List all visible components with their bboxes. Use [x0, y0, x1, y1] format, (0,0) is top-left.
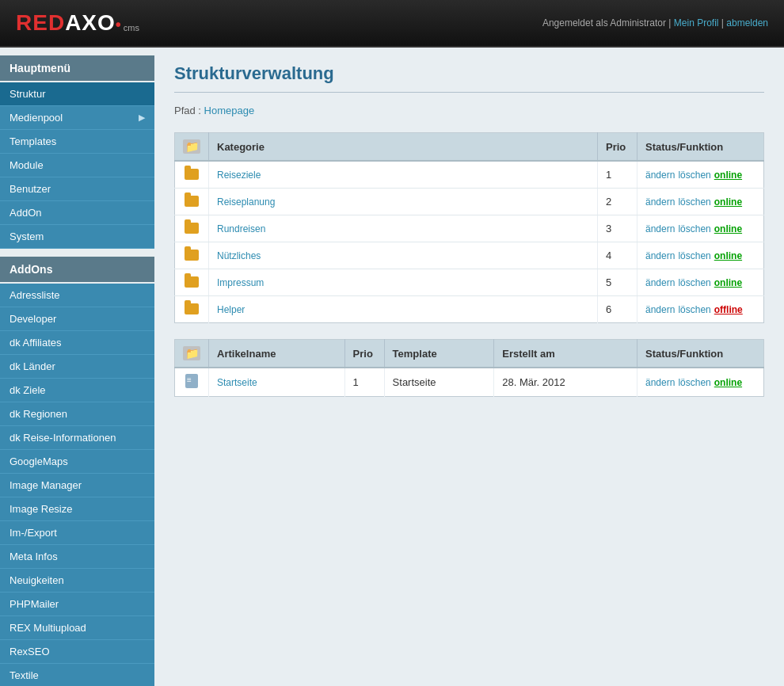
category-name-link[interactable]: Reiseziele: [217, 170, 261, 181]
sidebar-item-rexseo[interactable]: RexSEO: [0, 640, 154, 664]
sidebar-item-image-manager[interactable]: Image Manager: [0, 474, 154, 497]
article-icon: [185, 374, 198, 388]
sidebar-item-label: Meta Infos: [10, 551, 58, 562]
action-delete[interactable]: löschen: [678, 304, 710, 315]
status-badge[interactable]: online: [714, 377, 742, 388]
sidebar-item-label: dk Affiliates: [10, 337, 62, 349]
sidebar-item-templates[interactable]: Templates: [0, 130, 154, 154]
col-header-status: Status/Funktion: [637, 133, 764, 162]
sidebar-item-dk-regionen[interactable]: dk Regionen: [0, 402, 154, 426]
status-badge[interactable]: offline: [714, 304, 743, 315]
sidebar-item-developer[interactable]: Developer: [0, 307, 154, 331]
sidebar-item-dk-affiliates[interactable]: dk Affiliates: [0, 331, 154, 355]
sidebar-item-phpmailer[interactable]: PHPMailer: [0, 593, 154, 616]
row-icon-cell: [175, 269, 209, 296]
category-name-link[interactable]: Rundreisen: [217, 223, 265, 234]
sidebar-item-meta-infos[interactable]: Meta Infos: [0, 545, 154, 569]
sidebar-item-label: Neuigkeiten: [10, 574, 64, 586]
row-icon-cell: [175, 215, 209, 242]
row-icon-cell: [175, 189, 209, 215]
action-change[interactable]: ändern: [645, 277, 675, 288]
articles-table: 📁 Artikelname Prio Template Erstellt am …: [174, 339, 764, 397]
logout-link[interactable]: abmelden: [726, 17, 768, 29]
logo-text: REDAXO•: [16, 10, 122, 36]
action-delete[interactable]: löschen: [678, 196, 710, 208]
sidebar-item-benutzer[interactable]: Benutzer: [0, 177, 154, 201]
action-change[interactable]: ändern: [645, 377, 675, 388]
sidebar-item-label: PHPMailer: [10, 598, 59, 610]
sidebar-item-label: Image Manager: [10, 479, 82, 491]
row-prio-cell: 5: [598, 269, 637, 296]
category-name-link[interactable]: Impressum: [217, 277, 264, 288]
sidebar-item-textile[interactable]: Textile: [0, 664, 154, 686]
add-article-icon[interactable]: 📁: [183, 346, 200, 360]
folder-icon: [185, 169, 199, 180]
action-change[interactable]: ändern: [645, 304, 675, 315]
row-name-cell: Rundreisen: [209, 215, 598, 242]
sidebar-item-dk-reise-informationen[interactable]: dk Reise-Informationen: [0, 426, 154, 450]
table-row: Helper6ändernlöschenoffline: [175, 296, 764, 323]
sidebar-item-label: Medienpool: [10, 112, 63, 124]
sidebar-item-label: dk Reise-Informationen: [10, 432, 116, 444]
action-delete[interactable]: löschen: [678, 277, 710, 288]
status-badge[interactable]: online: [714, 196, 742, 208]
sidebar-item-googlemaps[interactable]: GoogleMaps: [0, 450, 154, 474]
profile-link[interactable]: Mein Profil: [674, 17, 719, 29]
row-status-cell: ändernlöschenoffline: [637, 296, 764, 323]
expand-icon: ▶: [139, 112, 145, 123]
row-name-cell: Helper: [209, 296, 598, 323]
sidebar-item-dk-laender[interactable]: dk Länder: [0, 355, 154, 379]
sidebar-item-rex-multiupload[interactable]: REX Multiupload: [0, 616, 154, 640]
col-header-kategorie: Kategorie: [209, 133, 598, 162]
table-row: Startseite1Startseite28. Mär. 2012ändern…: [175, 368, 764, 397]
row-icon-cell: [175, 161, 209, 189]
action-delete[interactable]: löschen: [678, 223, 710, 234]
sidebar-item-system[interactable]: System: [0, 225, 154, 249]
sidebar-item-addon[interactable]: AddOn: [0, 201, 154, 225]
article-name-link[interactable]: Startseite: [217, 377, 257, 388]
sidebar-item-neuigkeiten[interactable]: Neuigkeiten: [0, 569, 154, 593]
status-badge[interactable]: online: [714, 250, 742, 261]
category-name-link[interactable]: Helper: [217, 304, 245, 315]
add-category-icon[interactable]: 📁: [183, 139, 200, 154]
header-right: Angemeldet als Administrator | Mein Prof…: [542, 17, 768, 29]
logo-red: RED: [16, 10, 65, 35]
main-content: Strukturverwaltung Pfad : Homepage 📁 Kat…: [154, 48, 784, 686]
row-status-cell: ändernlöschenonline: [637, 269, 764, 296]
action-change[interactable]: ändern: [645, 196, 675, 208]
categories-table: 📁 Kategorie Prio Status/Funktion Reisezi…: [174, 132, 764, 323]
sidebar-item-label: AddOn: [10, 207, 41, 219]
sidebar-item-image-resize[interactable]: Image Resize: [0, 497, 154, 521]
row-prio-cell: 4: [598, 242, 637, 269]
row-name-cell: Nützliches: [209, 242, 598, 269]
action-delete[interactable]: löschen: [678, 377, 710, 388]
sidebar-item-struktur[interactable]: Struktur: [0, 82, 154, 106]
table-row: Reiseplanung2ändernlöschenonline: [175, 189, 764, 215]
breadcrumb-link[interactable]: Homepage: [204, 105, 255, 116]
row-prio-cell: 3: [598, 215, 637, 242]
logo: REDAXO• cms: [16, 10, 139, 36]
sidebar-item-module[interactable]: Module: [0, 154, 154, 177]
sidebar-item-dk-ziele[interactable]: dk Ziele: [0, 379, 154, 402]
sidebar-item-label: dk Länder: [10, 360, 55, 372]
category-name-link[interactable]: Reiseplanung: [217, 196, 275, 208]
status-badge[interactable]: online: [714, 277, 742, 288]
sidebar-item-adressliste[interactable]: Adressliste: [0, 284, 154, 307]
action-delete[interactable]: löschen: [678, 170, 710, 181]
row-icon-cell: [175, 368, 209, 397]
row-erstellt-cell: 28. Mär. 2012: [494, 368, 637, 397]
action-delete[interactable]: löschen: [678, 250, 710, 261]
category-name-link[interactable]: Nützliches: [217, 250, 261, 261]
action-change[interactable]: ändern: [645, 170, 675, 181]
row-status-cell: ändernlöschenonline: [637, 189, 764, 215]
action-change[interactable]: ändern: [645, 250, 675, 261]
sidebar: Hauptmenü Struktur Medienpool ▶ Template…: [0, 48, 154, 686]
col-header-prio: Prio: [598, 133, 637, 162]
status-badge[interactable]: online: [714, 170, 742, 181]
action-change[interactable]: ändern: [645, 223, 675, 234]
status-badge[interactable]: online: [714, 223, 742, 234]
header: REDAXO• cms Angemeldet als Administrator…: [0, 0, 784, 48]
sidebar-item-label: REX Multiupload: [10, 622, 86, 634]
sidebar-item-im-export[interactable]: Im-/Export: [0, 521, 154, 545]
sidebar-item-medienpool[interactable]: Medienpool ▶: [0, 106, 154, 130]
